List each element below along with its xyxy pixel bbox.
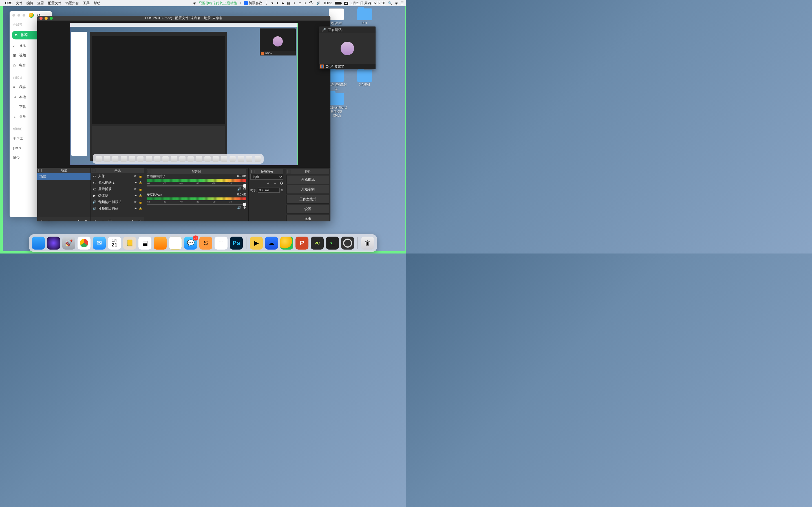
notification-center-icon[interactable]: ☰ [401, 1, 404, 5]
volume-icon[interactable]: 🔊 [316, 1, 320, 5]
obs-preview-source[interactable]: 黄家宝 [70, 23, 298, 165]
menu-edit[interactable]: 编辑 [27, 1, 33, 6]
menubar-clock[interactable]: 1月21日 周四 16:02:26 [351, 1, 385, 6]
dock-sublime[interactable]: S [199, 237, 212, 249]
add-source-button[interactable]: + [93, 219, 98, 221]
add-scene-button[interactable]: + [40, 219, 44, 221]
dock-popout-icon[interactable] [252, 170, 255, 173]
siri-menubar-icon[interactable]: ◉ [395, 1, 398, 5]
heart-icon[interactable]: ♥ [271, 1, 273, 5]
visibility-icon[interactable]: 👁 [133, 174, 137, 178]
dock-calendar[interactable]: 1月21 [108, 237, 121, 249]
menu-help[interactable]: 帮助 [94, 1, 100, 6]
spotlight-icon[interactable]: 🔍 [388, 1, 392, 5]
source-item[interactable]: 🖵显示捕获 2👁🔒 [91, 179, 144, 186]
obs-preview[interactable]: 黄家宝 [37, 20, 331, 168]
close-button[interactable] [40, 17, 43, 20]
dock-pycharm[interactable]: PC [311, 237, 324, 249]
dock-app[interactable] [154, 237, 167, 249]
gear-icon[interactable]: ⚙ [243, 187, 246, 191]
dock-trash[interactable]: 🗑 [361, 237, 374, 249]
duration-input[interactable] [258, 187, 280, 193]
spark-icon[interactable]: ✦ [276, 1, 279, 5]
lock-icon[interactable]: 🔒 [139, 200, 142, 204]
lock-icon[interactable]: 🔒 [139, 194, 142, 198]
settings-button[interactable]: 设置 [287, 205, 329, 214]
dock-popout-icon[interactable] [38, 169, 42, 172]
lock-icon[interactable]: 🔒 [139, 174, 142, 178]
menu-profile[interactable]: 配置文件 [48, 1, 61, 6]
visibility-icon[interactable]: 👁 [133, 187, 137, 191]
dock-popout-icon[interactable] [92, 169, 95, 172]
dock-chrome[interactable] [78, 237, 91, 249]
video-tray-icon[interactable]: ▶ [282, 1, 284, 5]
eq-icon[interactable]: ⫴ [240, 1, 241, 5]
dock-obs[interactable] [341, 237, 354, 249]
music-ticker[interactable]: 只要你相信我 闭上眼就能 [199, 1, 237, 6]
gear-icon[interactable]: ⚙ [243, 206, 246, 210]
minimize-button[interactable] [45, 17, 48, 20]
zoom-button[interactable] [50, 17, 53, 20]
menu-file[interactable]: 文件 [16, 1, 22, 6]
dock-popout-icon[interactable] [148, 170, 151, 173]
source-item[interactable]: 🖵显示捕获👁🔒 [91, 186, 144, 192]
source-item[interactable]: ▭人像👁🔒 [91, 173, 144, 179]
desktop-folder[interactable]: PPT [353, 8, 376, 25]
visibility-icon[interactable]: 👁 [133, 181, 137, 185]
lock-icon[interactable]: 🔒 [139, 181, 142, 185]
dock-launchpad[interactable]: 🚀 [62, 237, 75, 249]
dock-siri[interactable] [47, 237, 60, 249]
menu-scenes[interactable]: 场景集合 [65, 1, 79, 6]
visibility-icon[interactable]: 👁 [133, 200, 137, 204]
source-down-button[interactable]: ∨ [137, 219, 142, 221]
dock-app[interactable]: ▶ [250, 237, 263, 249]
source-item[interactable]: ▶媒体源👁🔒 [91, 192, 144, 199]
add-transition-button[interactable]: ＋ [266, 181, 270, 186]
dock-terminal[interactable]: >_ [326, 237, 339, 249]
menubar-app-name[interactable]: OBS [5, 1, 12, 5]
remove-scene-button[interactable]: − [47, 219, 51, 221]
dock-app[interactable]: ☁ [265, 237, 278, 249]
exit-button[interactable]: 退出 [287, 215, 329, 221]
lock-icon[interactable]: 🔒 [139, 207, 142, 211]
obs-titlebar[interactable]: OBS 25.0.8 (mac) - 配置文件: 未命名 - 场景: 未命名 [37, 16, 331, 20]
dock-qqmusic[interactable] [280, 237, 293, 249]
dock-app[interactable]: ⬓ [139, 237, 151, 249]
dock-popout-icon[interactable] [288, 170, 291, 173]
mic-icon[interactable]: 🎤 [321, 28, 326, 32]
mixer-volume-slider[interactable] [147, 204, 246, 205]
obs-tray-icon[interactable]: ◉ [193, 1, 196, 5]
tray-icon[interactable]: ⋮ [265, 1, 268, 5]
lock-icon[interactable]: 🔒 [139, 187, 142, 191]
mute-icon[interactable]: 🔊 [237, 187, 241, 191]
source-settings-button[interactable]: ⚙ [108, 219, 112, 221]
bluetooth-icon[interactable]: ᛒ [304, 1, 306, 5]
start-record-button[interactable]: 开始录制 [287, 185, 329, 194]
start-stream-button[interactable]: 开始推流 [287, 175, 329, 184]
source-item[interactable]: 🔊音频输出捕获👁🔒 [91, 205, 144, 212]
accessibility-icon[interactable]: ⊕ [299, 1, 301, 5]
stepper-icon[interactable]: ⇅ [281, 188, 283, 192]
dock-finder[interactable] [32, 237, 45, 249]
scene-item[interactable]: 场景 [37, 173, 91, 180]
menu-tools[interactable]: 工具 [83, 1, 90, 6]
dock-powerpoint[interactable]: P [296, 237, 308, 249]
dock-contacts[interactable]: 📒 [123, 237, 136, 249]
scene-up-button[interactable]: ∧ [77, 219, 81, 221]
transition-select[interactable]: 淡出 [250, 174, 283, 180]
desktop-folder[interactable]: 3-AI悦创 [353, 70, 376, 91]
dock-mail[interactable]: ✉ [93, 237, 106, 249]
tencent-meeting-panel[interactable]: 🎤 正在讲话: 👤 🖵 🎤 黄家宝 [319, 26, 375, 69]
dock-photoshop[interactable]: Ps [230, 237, 243, 249]
ime-indicator[interactable]: A [344, 2, 348, 5]
remove-source-button[interactable]: − [100, 219, 105, 221]
remove-transition-button[interactable]: － [273, 181, 277, 186]
dock-textedit[interactable]: T [214, 237, 227, 249]
tray-icon-2[interactable]: ✧ [293, 1, 296, 5]
wifi-icon[interactable] [309, 1, 313, 5]
transition-settings-button[interactable]: ⚙ [280, 181, 283, 186]
battery-icon[interactable] [335, 2, 341, 4]
visibility-icon[interactable]: 👁 [133, 194, 137, 198]
scene-down-button[interactable]: ∨ [84, 219, 88, 221]
tencent-header[interactable]: 🎤 正在讲话: [319, 26, 375, 33]
